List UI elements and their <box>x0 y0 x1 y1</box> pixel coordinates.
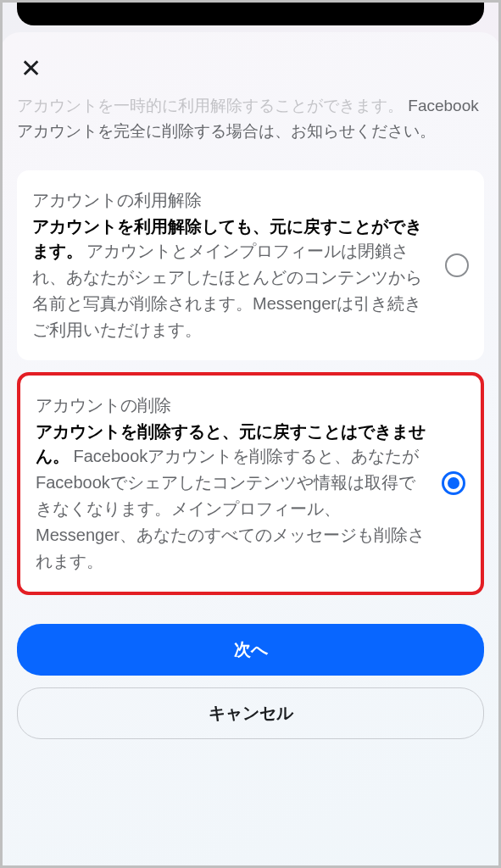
intro-faded-line: アカウントを一時的に利用解除することができます。 <box>17 97 404 114</box>
option-deactivate-content: アカウントの利用解除 アカウントを利用解除しても、元に戻すことができます。 アカ… <box>32 187 433 343</box>
option-delete-body: Facebookアカウントを削除すると、あなたがFacebookでシェアしたコン… <box>36 447 425 570</box>
option-deactivate-title: アカウントの利用解除 <box>32 187 433 214</box>
radio-deactivate[interactable] <box>445 253 469 277</box>
next-button[interactable]: 次へ <box>17 624 484 676</box>
close-button[interactable]: ✕ <box>17 53 45 85</box>
option-delete[interactable]: アカウントの削除 アカウントを削除すると、元に戻すことはできません。 Faceb… <box>17 372 484 595</box>
intro-text: アカウントを一時的に利用解除することができます。 Facebookアカウントを完… <box>17 93 484 145</box>
radio-delete[interactable] <box>442 471 465 495</box>
status-bar <box>17 0 484 25</box>
option-delete-title: アカウントの削除 <box>36 392 430 419</box>
option-delete-content: アカウントの削除 アカウントを削除すると、元に戻すことはできません。 Faceb… <box>36 392 430 575</box>
cancel-button[interactable]: キャンセル <box>17 687 484 739</box>
option-deactivate-body: アカウントとメインプロフィールは閉鎖され、あなたがシェアしたほとんどのコンテンツ… <box>32 242 422 339</box>
modal-container: ✕ アカウントを一時的に利用解除することができます。 Facebookアカウント… <box>0 32 501 868</box>
option-deactivate[interactable]: アカウントの利用解除 アカウントを利用解除しても、元に戻すことができます。 アカ… <box>17 170 484 360</box>
close-icon: ✕ <box>20 54 42 82</box>
